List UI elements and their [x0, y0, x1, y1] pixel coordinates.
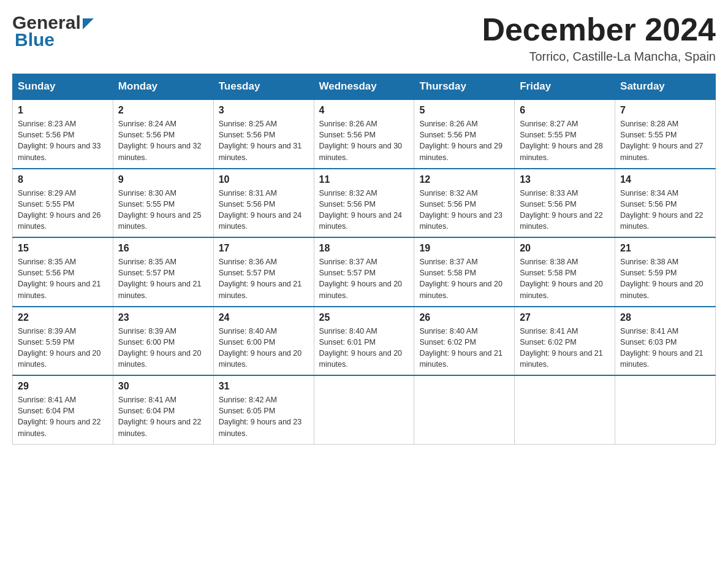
day-info: Sunrise: 8:29 AMSunset: 5:55 PMDaylight:…: [18, 188, 108, 232]
calendar-cell: 1 Sunrise: 8:23 AMSunset: 5:56 PMDayligh…: [13, 99, 113, 169]
calendar-week-2: 8 Sunrise: 8:29 AMSunset: 5:55 PMDayligh…: [13, 169, 716, 238]
day-info: Sunrise: 8:42 AMSunset: 6:05 PMDaylight:…: [219, 394, 309, 439]
day-number: 4: [319, 105, 409, 116]
day-number: 11: [319, 174, 409, 185]
calendar-cell: 27 Sunrise: 8:41 AMSunset: 6:02 PMDaylig…: [515, 307, 615, 376]
day-info: Sunrise: 8:34 AMSunset: 5:56 PMDaylight:…: [620, 188, 710, 232]
day-info: Sunrise: 8:38 AMSunset: 5:58 PMDaylight:…: [520, 256, 610, 301]
header-day-tuesday: Tuesday: [213, 74, 314, 100]
calendar-cell: 29 Sunrise: 8:41 AMSunset: 6:04 PMDaylig…: [13, 375, 113, 444]
calendar-cell: 26 Sunrise: 8:40 AMSunset: 6:02 PMDaylig…: [414, 307, 515, 376]
day-number: 12: [419, 174, 509, 185]
day-number: 29: [18, 381, 108, 392]
calendar-cell: 3 Sunrise: 8:25 AMSunset: 5:56 PMDayligh…: [213, 99, 314, 169]
calendar-cell: 19 Sunrise: 8:37 AMSunset: 5:58 PMDaylig…: [414, 237, 515, 307]
day-number: 27: [520, 312, 610, 323]
header-day-friday: Friday: [515, 74, 615, 100]
calendar-cell: 28 Sunrise: 8:41 AMSunset: 6:03 PMDaylig…: [615, 307, 716, 376]
header-day-saturday: Saturday: [615, 74, 716, 100]
day-info: Sunrise: 8:37 AMSunset: 5:58 PMDaylight:…: [419, 256, 509, 301]
day-number: 17: [219, 243, 309, 254]
calendar-cell: 12 Sunrise: 8:32 AMSunset: 5:56 PMDaylig…: [414, 169, 515, 238]
calendar-cell: 11 Sunrise: 8:32 AMSunset: 5:56 PMDaylig…: [314, 169, 414, 238]
calendar-cell: 9 Sunrise: 8:30 AMSunset: 5:55 PMDayligh…: [113, 169, 213, 238]
calendar-table: SundayMondayTuesdayWednesdayThursdayFrid…: [12, 74, 716, 445]
day-number: 8: [18, 174, 108, 185]
day-info: Sunrise: 8:41 AMSunset: 6:04 PMDaylight:…: [118, 394, 208, 439]
calendar-cell: 7 Sunrise: 8:28 AMSunset: 5:55 PMDayligh…: [615, 99, 716, 169]
calendar-cell: 4 Sunrise: 8:26 AMSunset: 5:56 PMDayligh…: [314, 99, 414, 169]
day-number: 23: [118, 312, 208, 323]
calendar-body: 1 Sunrise: 8:23 AMSunset: 5:56 PMDayligh…: [13, 99, 716, 444]
header-day-thursday: Thursday: [414, 74, 515, 100]
calendar-cell: 31 Sunrise: 8:42 AMSunset: 6:05 PMDaylig…: [213, 375, 314, 444]
day-info: Sunrise: 8:41 AMSunset: 6:03 PMDaylight:…: [620, 326, 710, 370]
calendar-cell: 21 Sunrise: 8:38 AMSunset: 5:59 PMDaylig…: [615, 237, 716, 307]
calendar-cell: 14 Sunrise: 8:34 AMSunset: 5:56 PMDaylig…: [615, 169, 716, 238]
calendar-cell: 17 Sunrise: 8:36 AMSunset: 5:57 PMDaylig…: [213, 237, 314, 307]
day-number: 9: [118, 174, 208, 185]
month-title: December 2024: [482, 12, 716, 47]
calendar-cell: [314, 375, 414, 444]
calendar-cell: [414, 375, 515, 444]
calendar-cell: 2 Sunrise: 8:24 AMSunset: 5:56 PMDayligh…: [113, 99, 213, 169]
logo: General Blue: [12, 12, 94, 50]
day-number: 2: [118, 105, 208, 116]
page-header: General Blue December 2024 Torrico, Cast…: [12, 12, 716, 64]
calendar-cell: 8 Sunrise: 8:29 AMSunset: 5:55 PMDayligh…: [13, 169, 113, 238]
day-number: 22: [18, 312, 108, 323]
day-number: 15: [18, 243, 108, 254]
calendar-cell: 22 Sunrise: 8:39 AMSunset: 5:59 PMDaylig…: [13, 307, 113, 376]
day-info: Sunrise: 8:35 AMSunset: 5:57 PMDaylight:…: [118, 256, 208, 301]
calendar-week-4: 22 Sunrise: 8:39 AMSunset: 5:59 PMDaylig…: [13, 307, 716, 376]
day-number: 7: [620, 105, 710, 116]
day-info: Sunrise: 8:26 AMSunset: 5:56 PMDaylight:…: [419, 118, 509, 163]
calendar-cell: 25 Sunrise: 8:40 AMSunset: 6:01 PMDaylig…: [314, 307, 414, 376]
calendar-cell: 24 Sunrise: 8:40 AMSunset: 6:00 PMDaylig…: [213, 307, 314, 376]
day-info: Sunrise: 8:35 AMSunset: 5:56 PMDaylight:…: [18, 256, 108, 301]
day-number: 18: [319, 243, 409, 254]
day-number: 16: [118, 243, 208, 254]
day-number: 28: [620, 312, 710, 323]
calendar-cell: 16 Sunrise: 8:35 AMSunset: 5:57 PMDaylig…: [113, 237, 213, 307]
day-info: Sunrise: 8:23 AMSunset: 5:56 PMDaylight:…: [18, 118, 108, 163]
calendar-week-1: 1 Sunrise: 8:23 AMSunset: 5:56 PMDayligh…: [13, 99, 716, 169]
calendar-cell: [615, 375, 716, 444]
day-info: Sunrise: 8:40 AMSunset: 6:01 PMDaylight:…: [319, 326, 409, 370]
header-row: SundayMondayTuesdayWednesdayThursdayFrid…: [13, 74, 716, 100]
title-block: December 2024 Torrico, Castille-La Manch…: [482, 12, 716, 64]
day-info: Sunrise: 8:31 AMSunset: 5:56 PMDaylight:…: [219, 188, 309, 232]
day-number: 19: [419, 243, 509, 254]
day-info: Sunrise: 8:30 AMSunset: 5:55 PMDaylight:…: [118, 188, 208, 232]
calendar-cell: 13 Sunrise: 8:33 AMSunset: 5:56 PMDaylig…: [515, 169, 615, 238]
header-day-wednesday: Wednesday: [314, 74, 414, 100]
day-info: Sunrise: 8:39 AMSunset: 5:59 PMDaylight:…: [18, 326, 108, 370]
calendar-cell: 5 Sunrise: 8:26 AMSunset: 5:56 PMDayligh…: [414, 99, 515, 169]
day-info: Sunrise: 8:36 AMSunset: 5:57 PMDaylight:…: [219, 256, 309, 301]
day-number: 31: [219, 381, 309, 392]
day-number: 26: [419, 312, 509, 323]
day-number: 5: [419, 105, 509, 116]
day-number: 25: [319, 312, 409, 323]
day-info: Sunrise: 8:40 AMSunset: 6:02 PMDaylight:…: [419, 326, 509, 370]
calendar-cell: 23 Sunrise: 8:39 AMSunset: 6:00 PMDaylig…: [113, 307, 213, 376]
calendar-cell: 15 Sunrise: 8:35 AMSunset: 5:56 PMDaylig…: [13, 237, 113, 307]
calendar-cell: 10 Sunrise: 8:31 AMSunset: 5:56 PMDaylig…: [213, 169, 314, 238]
calendar-week-5: 29 Sunrise: 8:41 AMSunset: 6:04 PMDaylig…: [13, 375, 716, 444]
day-info: Sunrise: 8:25 AMSunset: 5:56 PMDaylight:…: [219, 118, 309, 163]
calendar-cell: 18 Sunrise: 8:37 AMSunset: 5:57 PMDaylig…: [314, 237, 414, 307]
day-info: Sunrise: 8:32 AMSunset: 5:56 PMDaylight:…: [419, 188, 509, 232]
day-number: 30: [118, 381, 208, 392]
calendar-cell: 30 Sunrise: 8:41 AMSunset: 6:04 PMDaylig…: [113, 375, 213, 444]
day-number: 1: [18, 105, 108, 116]
calendar-cell: 6 Sunrise: 8:27 AMSunset: 5:55 PMDayligh…: [515, 99, 615, 169]
day-info: Sunrise: 8:27 AMSunset: 5:55 PMDaylight:…: [520, 118, 610, 163]
day-number: 10: [219, 174, 309, 185]
day-number: 20: [520, 243, 610, 254]
calendar-cell: 20 Sunrise: 8:38 AMSunset: 5:58 PMDaylig…: [515, 237, 615, 307]
calendar-header: SundayMondayTuesdayWednesdayThursdayFrid…: [13, 74, 716, 100]
day-number: 21: [620, 243, 710, 254]
header-day-monday: Monday: [113, 74, 213, 100]
location-title: Torrico, Castille-La Mancha, Spain: [482, 50, 716, 64]
day-info: Sunrise: 8:32 AMSunset: 5:56 PMDaylight:…: [319, 188, 409, 232]
